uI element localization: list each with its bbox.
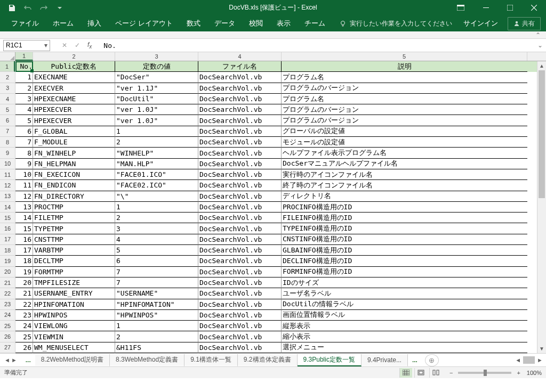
cell[interactable]: "FACE01.ICO" <box>115 169 198 180</box>
tab-home[interactable]: ホーム <box>46 15 81 31</box>
cell[interactable]: "MAN.HLP" <box>115 159 198 169</box>
cell[interactable]: 画面位置情報ラベル <box>282 310 527 321</box>
cell[interactable]: 2 <box>115 213 198 223</box>
cell[interactable]: DocSearchVol.vb <box>198 159 282 169</box>
header-cell[interactable]: 説明 <box>282 61 527 72</box>
cell[interactable]: EXECVER <box>33 83 115 94</box>
cell[interactable]: 6 <box>15 126 33 137</box>
cell[interactable]: DocSearchVol.vb <box>198 310 282 321</box>
cell[interactable]: プログラム名 <box>282 94 527 104</box>
cell[interactable]: CNSTINFO構造用のID <box>282 234 527 245</box>
cell[interactable]: FORMINFO構造用のID <box>282 267 527 277</box>
cell[interactable]: DocSearchVol.vb <box>198 223 282 234</box>
sheet-tab[interactable]: 9.3Public定数一覧 <box>298 354 362 366</box>
row-header[interactable]: 7 <box>0 126 15 137</box>
header-cell[interactable]: No. <box>15 61 33 72</box>
cell[interactable]: 縮小表示 <box>282 331 527 342</box>
cell[interactable]: 7 <box>115 277 198 288</box>
cell[interactable]: 2 <box>115 137 198 148</box>
cell[interactable]: 22 <box>15 299 33 310</box>
cell[interactable]: 3 <box>15 94 33 104</box>
undo-icon[interactable] <box>21 2 34 14</box>
cell[interactable]: TYPETMP <box>33 223 115 234</box>
cell[interactable]: FN_EXECICON <box>33 169 115 180</box>
cell[interactable]: 12 <box>15 191 33 202</box>
cell[interactable]: DocSearchVol.vb <box>198 202 282 213</box>
cell[interactable]: "\" <box>115 191 198 202</box>
cell[interactable]: DECLINFO構造用のID <box>282 256 527 266</box>
cell[interactable]: 23 <box>15 310 33 321</box>
cell[interactable]: FORMTMP <box>33 267 115 277</box>
row-header[interactable]: 25 <box>0 321 15 331</box>
cell[interactable]: TYPEINFO構造用のID <box>282 223 527 234</box>
cell[interactable]: DocSearchVol.vb <box>198 288 282 299</box>
row-header[interactable]: 8 <box>0 137 15 148</box>
tab-nav-next-icon[interactable]: ► <box>11 357 17 363</box>
name-box[interactable]: R1C1 ▾ <box>3 40 50 51</box>
cell[interactable]: IDのサイズ <box>282 277 527 288</box>
vertical-scrollbar[interactable]: ▲ ▼ <box>537 61 546 353</box>
cell[interactable]: DocSearchVol.vb <box>198 331 282 342</box>
cell[interactable]: DocSearchVol.vb <box>198 321 282 331</box>
cell[interactable]: ユーザ名ラベル <box>282 288 527 299</box>
cell[interactable]: "HPWINPOS" <box>115 310 198 321</box>
cell[interactable]: 8 <box>15 148 33 158</box>
row-header[interactable]: 22 <box>0 288 15 299</box>
tab-formulas[interactable]: 数式 <box>180 15 207 31</box>
cell[interactable]: プログラムのバージョン <box>282 83 527 94</box>
signin-link[interactable]: サインイン <box>463 19 498 28</box>
cell[interactable]: DocSearchVol.vb <box>198 126 282 137</box>
hscroll-left-icon[interactable]: ◄ <box>515 357 521 363</box>
row-header[interactable]: 10 <box>0 159 15 169</box>
collapse-ribbon-icon[interactable]: ⌃ <box>535 31 541 39</box>
zoom-percent[interactable]: 100% <box>527 370 542 376</box>
ribbon-display-icon[interactable] <box>452 0 470 15</box>
cell[interactable]: "ver 1.0J" <box>115 115 198 126</box>
cell[interactable]: DocSearchVol.vb <box>198 137 282 148</box>
cell[interactable]: PROCINFO構造用のID <box>282 202 527 213</box>
row-header[interactable]: 15 <box>0 213 15 223</box>
row-header[interactable]: 26 <box>0 331 15 342</box>
sheet-tab[interactable]: 8.2WebMethod説明書 <box>35 354 110 366</box>
tab-team[interactable]: チーム <box>298 15 332 31</box>
cell[interactable]: ディレクトリ名 <box>282 191 527 202</box>
sheet-tab[interactable]: 9.2構造体定義書 <box>238 354 298 366</box>
hscroll-thumb[interactable] <box>523 356 535 364</box>
col-header[interactable]: 5 <box>282 52 527 61</box>
row-header[interactable]: 6 <box>0 115 15 126</box>
cell[interactable]: 終了時のアイコンファイル名 <box>282 180 527 191</box>
cell[interactable]: "ver 1.0J" <box>115 104 198 115</box>
cell[interactable]: 19 <box>15 267 33 277</box>
cell[interactable]: DocUtilの情報ラベル <box>282 299 527 310</box>
view-normal-icon[interactable] <box>399 368 412 378</box>
cell[interactable]: 1 <box>15 72 33 83</box>
cell[interactable]: 1 <box>115 202 198 213</box>
cell[interactable]: "DocSer" <box>115 72 198 83</box>
header-cell[interactable]: ファイル名 <box>198 61 282 72</box>
cell[interactable]: DocSearchVol.vb <box>198 267 282 277</box>
row-header[interactable]: 16 <box>0 223 15 234</box>
cell[interactable]: DocSearchVol.vb <box>198 148 282 158</box>
sheet-tab[interactable]: 9.4Private... <box>362 354 408 366</box>
cell[interactable]: DocSearchVol.vb <box>198 342 282 353</box>
fx-icon[interactable]: fx <box>87 41 92 50</box>
row-header[interactable]: 2 <box>0 72 15 83</box>
cell[interactable]: 1 <box>115 321 198 331</box>
cell[interactable]: 3 <box>115 223 198 234</box>
scroll-track[interactable] <box>537 70 546 344</box>
cell[interactable]: 16 <box>15 234 33 245</box>
tab-more-right[interactable]: ... <box>408 356 422 364</box>
tab-insert[interactable]: 挿入 <box>81 15 108 31</box>
row-header[interactable]: 23 <box>0 299 15 310</box>
cell[interactable]: DocSearchVol.vb <box>198 277 282 288</box>
cell[interactable]: 15 <box>15 223 33 234</box>
cell[interactable]: 5 <box>15 115 33 126</box>
sheet-tab[interactable]: 9.1構造体一覧 <box>184 354 238 366</box>
cell[interactable]: モジュールの設定値 <box>282 137 527 148</box>
cell[interactable]: 選択メニュー <box>282 342 527 353</box>
row-header[interactable]: 14 <box>0 202 15 213</box>
cell[interactable]: DocSearchVol.vb <box>198 213 282 223</box>
row-header[interactable]: 17 <box>0 234 15 245</box>
chevron-down-icon[interactable]: ▾ <box>44 42 47 49</box>
cell[interactable]: 10 <box>15 169 33 180</box>
